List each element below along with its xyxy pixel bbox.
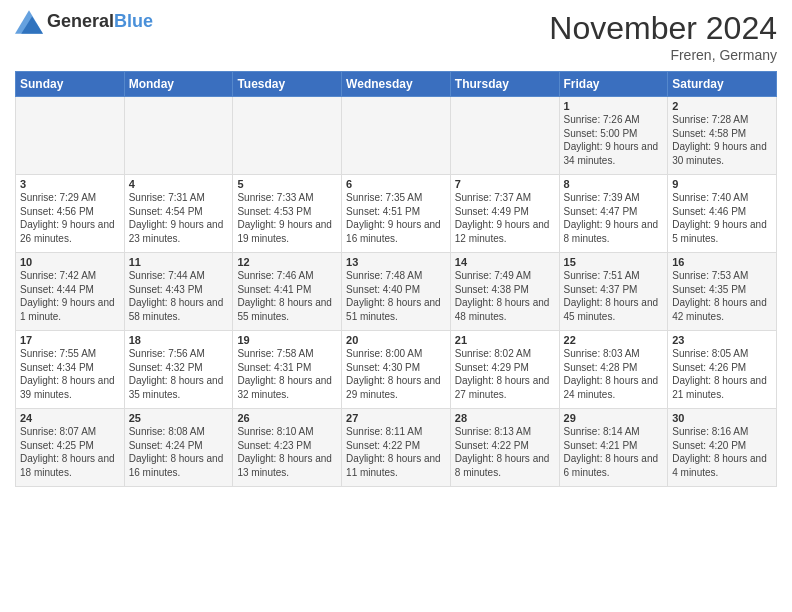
day-info: Sunrise: 7:42 AM Sunset: 4:44 PM Dayligh… xyxy=(20,269,120,323)
logo: GeneralBlue xyxy=(15,10,153,34)
day-number: 25 xyxy=(129,412,229,424)
calendar-cell: 7Sunrise: 7:37 AM Sunset: 4:49 PM Daylig… xyxy=(450,175,559,253)
header-sunday: Sunday xyxy=(16,72,125,97)
day-number: 28 xyxy=(455,412,555,424)
calendar-cell: 6Sunrise: 7:35 AM Sunset: 4:51 PM Daylig… xyxy=(342,175,451,253)
calendar-cell: 21Sunrise: 8:02 AM Sunset: 4:29 PM Dayli… xyxy=(450,331,559,409)
day-number: 14 xyxy=(455,256,555,268)
day-info: Sunrise: 8:14 AM Sunset: 4:21 PM Dayligh… xyxy=(564,425,664,479)
calendar-cell: 9Sunrise: 7:40 AM Sunset: 4:46 PM Daylig… xyxy=(668,175,777,253)
day-info: Sunrise: 7:48 AM Sunset: 4:40 PM Dayligh… xyxy=(346,269,446,323)
header-friday: Friday xyxy=(559,72,668,97)
header-wednesday: Wednesday xyxy=(342,72,451,97)
day-number: 1 xyxy=(564,100,664,112)
day-info: Sunrise: 8:00 AM Sunset: 4:30 PM Dayligh… xyxy=(346,347,446,401)
day-info: Sunrise: 8:11 AM Sunset: 4:22 PM Dayligh… xyxy=(346,425,446,479)
day-info: Sunrise: 7:55 AM Sunset: 4:34 PM Dayligh… xyxy=(20,347,120,401)
calendar-cell: 20Sunrise: 8:00 AM Sunset: 4:30 PM Dayli… xyxy=(342,331,451,409)
day-info: Sunrise: 7:58 AM Sunset: 4:31 PM Dayligh… xyxy=(237,347,337,401)
calendar-cell xyxy=(16,97,125,175)
calendar-cell: 10Sunrise: 7:42 AM Sunset: 4:44 PM Dayli… xyxy=(16,253,125,331)
day-number: 5 xyxy=(237,178,337,190)
day-info: Sunrise: 7:46 AM Sunset: 4:41 PM Dayligh… xyxy=(237,269,337,323)
calendar-cell: 25Sunrise: 8:08 AM Sunset: 4:24 PM Dayli… xyxy=(124,409,233,487)
calendar-table: Sunday Monday Tuesday Wednesday Thursday… xyxy=(15,71,777,487)
calendar-week-4: 17Sunrise: 7:55 AM Sunset: 4:34 PM Dayli… xyxy=(16,331,777,409)
day-info: Sunrise: 7:35 AM Sunset: 4:51 PM Dayligh… xyxy=(346,191,446,245)
calendar-cell: 29Sunrise: 8:14 AM Sunset: 4:21 PM Dayli… xyxy=(559,409,668,487)
day-number: 2 xyxy=(672,100,772,112)
day-number: 16 xyxy=(672,256,772,268)
calendar-cell: 11Sunrise: 7:44 AM Sunset: 4:43 PM Dayli… xyxy=(124,253,233,331)
calendar-cell: 16Sunrise: 7:53 AM Sunset: 4:35 PM Dayli… xyxy=(668,253,777,331)
calendar-week-1: 1Sunrise: 7:26 AM Sunset: 5:00 PM Daylig… xyxy=(16,97,777,175)
day-info: Sunrise: 8:13 AM Sunset: 4:22 PM Dayligh… xyxy=(455,425,555,479)
day-number: 30 xyxy=(672,412,772,424)
day-info: Sunrise: 7:26 AM Sunset: 5:00 PM Dayligh… xyxy=(564,113,664,167)
day-number: 20 xyxy=(346,334,446,346)
day-number: 21 xyxy=(455,334,555,346)
calendar-cell: 28Sunrise: 8:13 AM Sunset: 4:22 PM Dayli… xyxy=(450,409,559,487)
day-number: 13 xyxy=(346,256,446,268)
day-info: Sunrise: 8:10 AM Sunset: 4:23 PM Dayligh… xyxy=(237,425,337,479)
location-subtitle: Freren, Germany xyxy=(549,47,777,63)
day-info: Sunrise: 7:49 AM Sunset: 4:38 PM Dayligh… xyxy=(455,269,555,323)
day-info: Sunrise: 8:03 AM Sunset: 4:28 PM Dayligh… xyxy=(564,347,664,401)
calendar-header: Sunday Monday Tuesday Wednesday Thursday… xyxy=(16,72,777,97)
calendar-cell: 8Sunrise: 7:39 AM Sunset: 4:47 PM Daylig… xyxy=(559,175,668,253)
calendar-body: 1Sunrise: 7:26 AM Sunset: 5:00 PM Daylig… xyxy=(16,97,777,487)
day-info: Sunrise: 7:56 AM Sunset: 4:32 PM Dayligh… xyxy=(129,347,229,401)
logo-icon xyxy=(15,10,43,34)
header-monday: Monday xyxy=(124,72,233,97)
calendar-cell: 14Sunrise: 7:49 AM Sunset: 4:38 PM Dayli… xyxy=(450,253,559,331)
logo-text: GeneralBlue xyxy=(47,12,153,32)
day-info: Sunrise: 7:44 AM Sunset: 4:43 PM Dayligh… xyxy=(129,269,229,323)
day-info: Sunrise: 7:31 AM Sunset: 4:54 PM Dayligh… xyxy=(129,191,229,245)
calendar-cell: 23Sunrise: 8:05 AM Sunset: 4:26 PM Dayli… xyxy=(668,331,777,409)
header-tuesday: Tuesday xyxy=(233,72,342,97)
day-number: 10 xyxy=(20,256,120,268)
calendar-cell: 15Sunrise: 7:51 AM Sunset: 4:37 PM Dayli… xyxy=(559,253,668,331)
day-number: 7 xyxy=(455,178,555,190)
day-info: Sunrise: 8:08 AM Sunset: 4:24 PM Dayligh… xyxy=(129,425,229,479)
page-container: GeneralBlue November 2024 Freren, German… xyxy=(0,0,792,492)
day-info: Sunrise: 7:39 AM Sunset: 4:47 PM Dayligh… xyxy=(564,191,664,245)
calendar-cell: 2Sunrise: 7:28 AM Sunset: 4:58 PM Daylig… xyxy=(668,97,777,175)
calendar-cell: 4Sunrise: 7:31 AM Sunset: 4:54 PM Daylig… xyxy=(124,175,233,253)
day-number: 9 xyxy=(672,178,772,190)
page-header: GeneralBlue November 2024 Freren, German… xyxy=(15,10,777,63)
day-info: Sunrise: 8:02 AM Sunset: 4:29 PM Dayligh… xyxy=(455,347,555,401)
calendar-cell xyxy=(124,97,233,175)
day-number: 27 xyxy=(346,412,446,424)
day-info: Sunrise: 7:29 AM Sunset: 4:56 PM Dayligh… xyxy=(20,191,120,245)
calendar-cell: 24Sunrise: 8:07 AM Sunset: 4:25 PM Dayli… xyxy=(16,409,125,487)
calendar-cell: 26Sunrise: 8:10 AM Sunset: 4:23 PM Dayli… xyxy=(233,409,342,487)
logo-blue: Blue xyxy=(114,11,153,31)
day-number: 19 xyxy=(237,334,337,346)
header-saturday: Saturday xyxy=(668,72,777,97)
calendar-cell: 12Sunrise: 7:46 AM Sunset: 4:41 PM Dayli… xyxy=(233,253,342,331)
day-number: 18 xyxy=(129,334,229,346)
calendar-cell: 18Sunrise: 7:56 AM Sunset: 4:32 PM Dayli… xyxy=(124,331,233,409)
day-number: 23 xyxy=(672,334,772,346)
day-info: Sunrise: 8:16 AM Sunset: 4:20 PM Dayligh… xyxy=(672,425,772,479)
day-number: 12 xyxy=(237,256,337,268)
calendar-cell: 1Sunrise: 7:26 AM Sunset: 5:00 PM Daylig… xyxy=(559,97,668,175)
calendar-cell: 19Sunrise: 7:58 AM Sunset: 4:31 PM Dayli… xyxy=(233,331,342,409)
day-number: 15 xyxy=(564,256,664,268)
day-number: 11 xyxy=(129,256,229,268)
day-info: Sunrise: 7:37 AM Sunset: 4:49 PM Dayligh… xyxy=(455,191,555,245)
day-number: 6 xyxy=(346,178,446,190)
month-title: November 2024 xyxy=(549,10,777,47)
calendar-cell: 30Sunrise: 8:16 AM Sunset: 4:20 PM Dayli… xyxy=(668,409,777,487)
calendar-cell xyxy=(342,97,451,175)
calendar-week-5: 24Sunrise: 8:07 AM Sunset: 4:25 PM Dayli… xyxy=(16,409,777,487)
day-number: 8 xyxy=(564,178,664,190)
day-info: Sunrise: 7:33 AM Sunset: 4:53 PM Dayligh… xyxy=(237,191,337,245)
weekday-header-row: Sunday Monday Tuesday Wednesday Thursday… xyxy=(16,72,777,97)
day-number: 22 xyxy=(564,334,664,346)
calendar-cell xyxy=(233,97,342,175)
calendar-cell: 13Sunrise: 7:48 AM Sunset: 4:40 PM Dayli… xyxy=(342,253,451,331)
day-number: 3 xyxy=(20,178,120,190)
calendar-week-2: 3Sunrise: 7:29 AM Sunset: 4:56 PM Daylig… xyxy=(16,175,777,253)
